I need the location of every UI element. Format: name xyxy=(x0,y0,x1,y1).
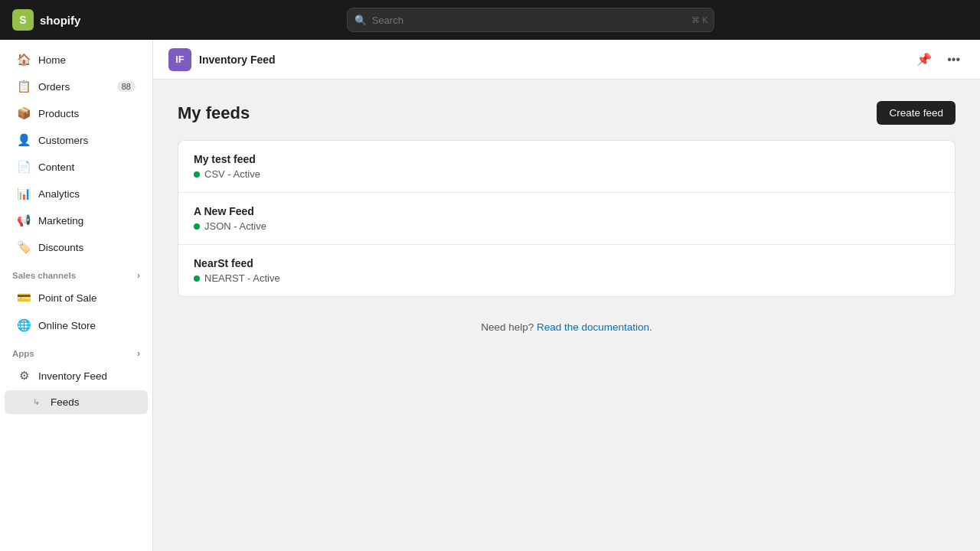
apps-label: Apps xyxy=(12,349,34,358)
pos-icon: 💳 xyxy=(17,291,31,305)
app-icon: IF xyxy=(168,48,191,71)
app-header-actions: 📌 ••• xyxy=(912,49,965,70)
sidebar-item-label: Discounts xyxy=(38,242,83,253)
sidebar: 🏠 Home 📋 Orders 88 📦 Products 👤 Customer… xyxy=(0,40,153,551)
sidebar-item-label: Point of Sale xyxy=(38,292,97,304)
analytics-icon: 📊 xyxy=(17,187,31,201)
content-area: IF Inventory Feed 📌 ••• My feeds Create … xyxy=(153,40,980,551)
online-store-icon: 🌐 xyxy=(17,318,31,332)
feed-status: NEARST - Active xyxy=(194,272,939,284)
feed-list: My test feed CSV - Active A New Feed JSO… xyxy=(178,140,956,297)
documentation-link[interactable]: Read the documentation xyxy=(537,321,649,333)
apps-section: Apps › xyxy=(0,339,152,362)
sidebar-item-label: Online Store xyxy=(38,320,96,331)
sidebar-item-label: Home xyxy=(38,54,66,66)
create-feed-button[interactable]: Create feed xyxy=(877,101,956,125)
sidebar-item-online-store[interactable]: 🌐 Online Store xyxy=(5,312,148,338)
sidebar-item-discounts[interactable]: 🏷️ Discounts xyxy=(5,234,148,260)
main-layout: 🏠 Home 📋 Orders 88 📦 Products 👤 Customer… xyxy=(0,40,980,551)
feed-type-status: CSV - Active xyxy=(204,168,260,180)
sidebar-item-label: Marketing xyxy=(38,215,83,227)
feed-name: A New Feed xyxy=(194,205,939,217)
page-content: My feeds Create feed My test feed CSV - … xyxy=(153,80,980,551)
inventory-feed-icon: ⚙ xyxy=(17,369,31,383)
status-dot xyxy=(194,276,200,282)
help-text: Need help? Read the documentation. xyxy=(178,321,956,333)
sidebar-item-marketing[interactable]: 📢 Marketing xyxy=(5,207,148,233)
feed-item[interactable]: A New Feed JSON - Active xyxy=(178,193,955,245)
shopify-logo-text: shopify xyxy=(40,14,80,27)
sidebar-item-inventory-feed[interactable]: ⚙ Inventory Feed xyxy=(5,363,148,389)
orders-icon: 📋 xyxy=(17,80,31,93)
expand-sales-channels-icon[interactable]: › xyxy=(137,270,140,281)
feed-type-status: NEARST - Active xyxy=(204,272,280,284)
feed-item[interactable]: My test feed CSV - Active xyxy=(178,141,955,193)
sidebar-item-label: Products xyxy=(38,108,79,119)
marketing-icon: 📢 xyxy=(17,214,31,227)
sidebar-item-orders[interactable]: 📋 Orders 88 xyxy=(5,73,148,99)
search-shortcut: ⌘ K xyxy=(691,15,707,25)
sidebar-item-home[interactable]: 🏠 Home xyxy=(5,47,148,73)
feed-status: CSV - Active xyxy=(194,168,939,180)
shopify-logo: S shopify xyxy=(12,9,80,31)
page-header: My feeds Create feed xyxy=(178,101,956,125)
app-header-left: IF Inventory Feed xyxy=(168,48,912,71)
orders-badge: 88 xyxy=(117,81,136,92)
sidebar-item-customers[interactable]: 👤 Customers xyxy=(5,127,148,153)
feeds-icon: ↳ xyxy=(29,397,43,407)
feed-name: NearSt feed xyxy=(194,257,939,269)
sidebar-item-label: Orders xyxy=(38,81,70,93)
home-icon: 🏠 xyxy=(17,53,31,67)
sidebar-item-label: Feeds xyxy=(51,396,80,408)
topbar: S shopify 🔍 ⌘ K xyxy=(0,0,980,40)
shopify-logo-icon: S xyxy=(12,9,34,31)
products-icon: 📦 xyxy=(17,106,31,120)
sales-channels-label: Sales channels xyxy=(12,271,76,280)
sidebar-item-label: Customers xyxy=(38,135,88,146)
sidebar-item-products[interactable]: 📦 Products xyxy=(5,100,148,126)
status-dot xyxy=(194,171,200,178)
search-bar: 🔍 ⌘ K xyxy=(347,8,714,32)
app-header: IF Inventory Feed 📌 ••• xyxy=(153,40,980,80)
sidebar-item-pos[interactable]: 💳 Point of Sale xyxy=(5,285,148,311)
pin-button[interactable]: 📌 xyxy=(912,49,936,70)
customers-icon: 👤 xyxy=(17,133,31,147)
sidebar-item-content[interactable]: 📄 Content xyxy=(5,154,148,180)
expand-apps-icon[interactable]: › xyxy=(137,348,140,359)
feed-item[interactable]: NearSt feed NEARST - Active xyxy=(178,245,955,296)
search-icon: 🔍 xyxy=(354,15,367,26)
content-icon: 📄 xyxy=(17,160,31,174)
discounts-icon: 🏷️ xyxy=(17,240,31,254)
sidebar-item-label: Content xyxy=(38,161,74,173)
app-title: Inventory Feed xyxy=(199,54,276,66)
help-label: Need help? xyxy=(481,321,534,333)
feed-status: JSON - Active xyxy=(194,220,939,232)
sales-channels-section: Sales channels › xyxy=(0,261,152,284)
status-dot xyxy=(194,223,200,230)
sidebar-item-label: Analytics xyxy=(38,188,80,200)
search-input[interactable] xyxy=(347,8,714,32)
more-options-button[interactable]: ••• xyxy=(942,50,965,70)
feed-type-status: JSON - Active xyxy=(204,220,266,232)
sidebar-item-label: Inventory Feed xyxy=(38,370,107,382)
feed-name: My test feed xyxy=(194,153,939,165)
help-suffix: . xyxy=(649,321,652,333)
sidebar-item-analytics[interactable]: 📊 Analytics xyxy=(5,181,148,207)
page-title: My feeds xyxy=(178,103,250,123)
sidebar-item-feeds[interactable]: ↳ Feeds xyxy=(5,390,148,414)
